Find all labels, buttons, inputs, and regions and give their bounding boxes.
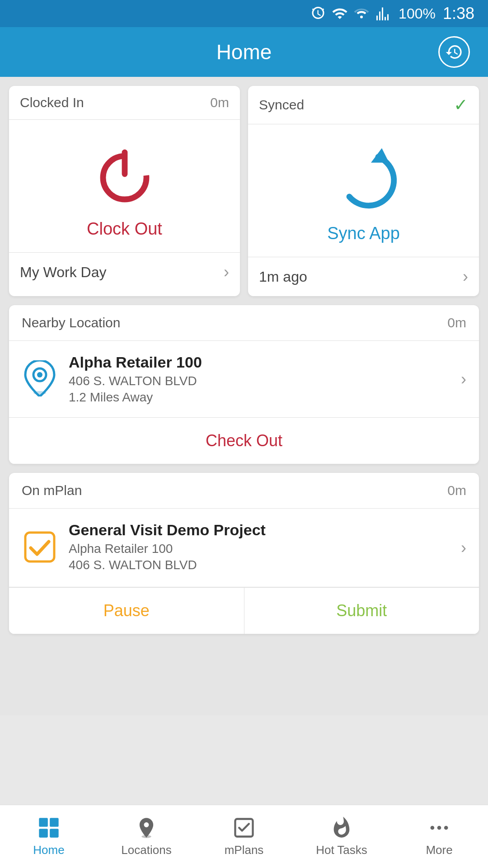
clocked-in-time: 0m	[210, 95, 229, 110]
svg-point-0	[360, 16, 363, 19]
clock-out-label[interactable]: Clock Out	[87, 219, 162, 239]
location-pin-icon	[22, 360, 58, 398]
svg-point-16	[444, 826, 448, 830]
sync-card-body: Sync App	[248, 124, 479, 257]
nearby-location-card: Nearby Location 0m Alpha Retailer 100 40…	[9, 305, 479, 464]
nav-hot-tasks-label: Hot Tasks	[316, 843, 367, 857]
project-check-icon	[22, 529, 58, 567]
project-address: 406 S. WALTON BLVD	[69, 558, 450, 572]
bottom-spacer	[9, 643, 479, 715]
submit-button[interactable]: Submit	[244, 588, 479, 634]
project-row[interactable]: General Visit Demo Project Alpha Retaile…	[9, 509, 479, 587]
signal-bars-icon	[375, 5, 391, 22]
current-time: 1:38	[443, 4, 474, 23]
svg-point-15	[437, 826, 441, 830]
work-day-chevron: ›	[224, 263, 229, 282]
clock-history-icon	[445, 43, 463, 61]
map-pin-icon	[22, 360, 58, 396]
nav-home-label: Home	[33, 843, 64, 857]
location-row[interactable]: Alpha Retailer 100 406 S. WALTON BLVD 1.…	[9, 341, 479, 418]
nav-more-label: More	[426, 843, 452, 857]
check-out-button[interactable]: Check Out	[9, 418, 479, 464]
project-info: General Visit Demo Project Alpha Retaile…	[69, 521, 450, 574]
clocked-in-label: Clocked In	[20, 95, 84, 110]
clock-card: Clocked In 0m Clock Out My Work Day ›	[9, 86, 240, 296]
svg-rect-8	[39, 818, 48, 827]
hot-tasks-icon	[330, 816, 353, 840]
svg-point-14	[431, 826, 435, 830]
location-name: Alpha Retailer 100	[69, 354, 450, 371]
mplans-icon	[232, 816, 256, 840]
more-icon	[427, 816, 451, 840]
sync-check-icon: ✓	[454, 95, 468, 115]
project-retailer: Alpha Retailer 100	[69, 542, 450, 556]
location-info: Alpha Retailer 100 406 S. WALTON BLVD 1.…	[69, 354, 450, 405]
nearby-label: Nearby Location	[22, 315, 120, 330]
location-address: 406 S. WALTON BLVD	[69, 374, 450, 388]
sync-card-header: Synced ✓	[248, 86, 479, 124]
clock-card-header: Clocked In 0m	[9, 86, 240, 120]
location-chevron: ›	[461, 370, 466, 389]
nav-locations-label: Locations	[121, 843, 171, 857]
main-content: Clocked In 0m Clock Out My Work Day › Sy…	[0, 77, 488, 715]
status-icons	[310, 5, 391, 22]
nav-mplans-label: mPlans	[225, 843, 264, 857]
mplan-card: On mPlan 0m General Visit Demo Project A…	[9, 473, 479, 634]
checkbox-icon	[22, 529, 58, 565]
nav-more[interactable]: More	[390, 805, 488, 868]
svg-point-6	[33, 391, 46, 395]
power-icon[interactable]	[89, 138, 161, 210]
alarm-icon	[310, 5, 326, 22]
nearby-header: Nearby Location 0m	[9, 305, 479, 341]
nearby-time: 0m	[447, 315, 466, 330]
sync-chevron: ›	[463, 267, 468, 286]
signal-icon	[353, 5, 370, 22]
svg-rect-9	[50, 818, 59, 827]
nav-locations[interactable]: Locations	[98, 805, 195, 868]
project-action-row: Pause Submit	[9, 587, 479, 634]
battery-level: 100%	[399, 5, 436, 22]
svg-point-5	[37, 372, 42, 377]
app-header: Home	[0, 27, 488, 77]
sync-icon[interactable]	[328, 142, 400, 215]
svg-point-12	[141, 835, 151, 838]
project-chevron: ›	[461, 538, 466, 557]
last-sync-label: 1m ago	[259, 269, 307, 285]
nav-hot-tasks[interactable]: Hot Tasks	[293, 805, 390, 868]
mplan-header: On mPlan 0m	[9, 473, 479, 509]
mplan-label: On mPlan	[22, 483, 82, 498]
sync-app-label[interactable]: Sync App	[327, 224, 400, 243]
nav-home[interactable]: Home	[0, 805, 98, 868]
home-icon	[37, 816, 61, 840]
synced-label: Synced	[259, 97, 304, 113]
clock-card-body: Clock Out	[9, 120, 240, 252]
history-button[interactable]	[438, 36, 470, 68]
bottom-nav: Home Locations mPlans Hot Tasks More	[0, 805, 488, 868]
locations-icon	[135, 816, 158, 840]
header-title: Home	[216, 40, 272, 64]
svg-rect-10	[39, 829, 48, 838]
top-cards-row: Clocked In 0m Clock Out My Work Day › Sy…	[9, 86, 479, 296]
sync-card: Synced ✓ Sync App 1m ago ›	[248, 86, 479, 296]
status-bar: 100% 1:38	[0, 0, 488, 27]
svg-marker-3	[371, 148, 389, 163]
my-work-day-button[interactable]: My Work Day ›	[9, 252, 240, 292]
location-distance: 1.2 Miles Away	[69, 390, 450, 405]
svg-rect-11	[50, 829, 59, 838]
nav-mplans[interactable]: mPlans	[195, 805, 293, 868]
project-name: General Visit Demo Project	[69, 521, 450, 539]
mplan-time: 0m	[447, 483, 466, 498]
last-sync-button[interactable]: 1m ago ›	[248, 257, 479, 296]
wifi-icon	[332, 5, 348, 22]
work-day-label: My Work Day	[20, 264, 106, 281]
pause-button[interactable]: Pause	[9, 588, 244, 634]
